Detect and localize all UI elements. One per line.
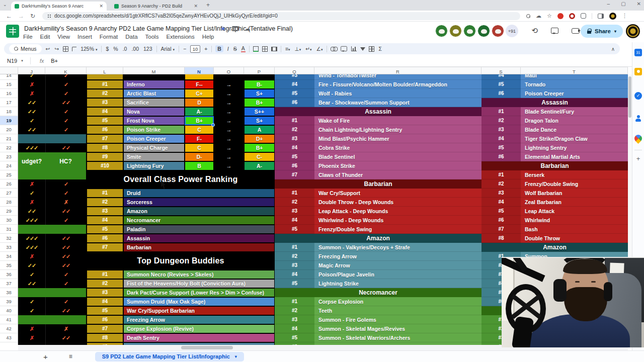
cell-T25[interactable]: Berserk bbox=[521, 170, 628, 179]
vertical-scrollbar-thumb[interactable] bbox=[628, 76, 631, 118]
cell-M20[interactable]: Poison Strike bbox=[124, 126, 184, 134]
cell-O23[interactable]: → bbox=[214, 153, 244, 161]
cell-K17[interactable]: ✓✓ bbox=[45, 98, 87, 107]
cell-L20[interactable]: #6 bbox=[87, 126, 123, 134]
cell-R34[interactable]: Freezing Arrow bbox=[314, 252, 481, 261]
cell-K20[interactable]: ✓ bbox=[45, 125, 87, 134]
cell-M36[interactable]: Summon Necro (Revives > Skeles) bbox=[124, 270, 274, 279]
cell-N14[interactable] bbox=[185, 74, 213, 79]
cell-R23[interactable]: Blade Sentinel bbox=[314, 152, 481, 161]
cell-J17[interactable]: ✓✓ bbox=[18, 98, 45, 107]
cell-P24[interactable]: A- bbox=[245, 162, 274, 170]
cell-T28[interactable]: Zeal Barbarian bbox=[521, 198, 628, 207]
cell-Q30[interactable]: #4 bbox=[275, 216, 314, 225]
cell-O22[interactable]: → bbox=[214, 144, 244, 152]
cell-O15[interactable]: → bbox=[214, 80, 244, 88]
cell-O20[interactable]: → bbox=[214, 126, 244, 134]
row-header-23[interactable]: 23 bbox=[0, 152, 18, 161]
reload-button[interactable]: ↻ bbox=[30, 13, 35, 20]
cell-R36[interactable]: Poison/Plague Javelin bbox=[314, 270, 481, 279]
section-header-QR-18[interactable]: Assassin bbox=[275, 107, 481, 116]
cell-K40[interactable]: ✓✓ bbox=[45, 306, 87, 315]
row-header-28[interactable]: 28 bbox=[0, 198, 18, 207]
cell-K19[interactable]: ✓ bbox=[45, 116, 87, 125]
cell-T30[interactable]: Whirlwind bbox=[521, 216, 628, 225]
tab-search-icon[interactable]: ⌄ bbox=[3, 2, 7, 7]
cell-M31[interactable]: Paladin bbox=[124, 225, 274, 233]
cell-K30[interactable]: ✓ bbox=[45, 216, 87, 225]
column-header-corner[interactable] bbox=[0, 67, 18, 74]
selection-fill-handle[interactable] bbox=[211, 123, 215, 127]
row-header-35[interactable]: 35 bbox=[0, 261, 18, 270]
cell-R15[interactable]: Fire - Fissure/Volcano/Molten Boulder/Ar… bbox=[314, 80, 481, 89]
horizontal-align-icon[interactable]: ≡▾ bbox=[285, 46, 291, 52]
cell-S27[interactable]: #3 bbox=[481, 189, 521, 198]
cell-K22[interactable]: ✓✓ bbox=[45, 143, 87, 152]
cell-L28[interactable]: #2 bbox=[87, 198, 123, 206]
cell-L40[interactable]: #5 bbox=[87, 307, 123, 315]
cell-K29[interactable]: ✓✓ bbox=[45, 207, 87, 216]
cell-S16[interactable]: #6 bbox=[481, 89, 521, 98]
section-header-ST-24[interactable]: Barbarian bbox=[481, 161, 628, 170]
cell-Q14[interactable]: #3 bbox=[275, 74, 314, 80]
row-header-18[interactable]: 18 bbox=[0, 107, 18, 116]
section-header-ST-17[interactable]: Assassin bbox=[481, 98, 628, 107]
cell-J37[interactable]: ✓✓ bbox=[18, 279, 45, 288]
cell-N16[interactable]: C+ bbox=[185, 89, 213, 98]
cell-Q23[interactable]: #5 bbox=[275, 152, 314, 161]
menus-search[interactable]: Menus bbox=[9, 44, 42, 53]
collaborator-overflow-badge[interactable]: +91 bbox=[506, 25, 518, 37]
menu-data[interactable]: Data bbox=[125, 34, 137, 40]
format-currency-button[interactable]: $ bbox=[105, 46, 109, 52]
cell-M15[interactable]: Inferno bbox=[124, 80, 184, 88]
side-panel-icon[interactable] bbox=[598, 14, 604, 19]
cell-N15[interactable]: F-- bbox=[185, 80, 213, 88]
cell-Q37[interactable]: #5 bbox=[275, 279, 314, 288]
cell-N24[interactable]: B bbox=[185, 162, 213, 170]
cell-L19[interactable]: #5 bbox=[87, 117, 123, 125]
cell-M18[interactable]: Nova bbox=[124, 108, 184, 116]
column-header-R[interactable]: R bbox=[314, 67, 481, 74]
increase-font-button[interactable]: + bbox=[204, 46, 208, 52]
site-settings-icon[interactable] bbox=[47, 14, 51, 18]
cell-K42[interactable]: ✗ bbox=[45, 324, 87, 333]
paint-format-icon[interactable] bbox=[72, 47, 76, 51]
cell-T26[interactable]: Frenzy/Double Swing bbox=[521, 179, 628, 189]
section-header-QR-38[interactable]: Necromancer bbox=[275, 288, 481, 297]
cell-N22[interactable]: C bbox=[185, 144, 213, 152]
row-header-16[interactable]: 16 bbox=[0, 89, 18, 98]
menu-help[interactable]: Help bbox=[202, 34, 214, 40]
cell-P22[interactable]: B+ bbox=[245, 144, 274, 152]
cell-Q34[interactable]: #2 bbox=[275, 252, 314, 261]
row-header-31[interactable]: 31 bbox=[0, 225, 18, 234]
cell-Q24[interactable]: #6 bbox=[275, 161, 314, 170]
cell-Q15[interactable]: #4 bbox=[275, 80, 314, 89]
cell-M29[interactable]: Amazon bbox=[124, 207, 274, 215]
row-header-17[interactable]: 17 bbox=[0, 98, 18, 107]
cell-M32[interactable]: Assassin bbox=[124, 234, 274, 242]
cell-M38[interactable]: Dark Pact/Curse Support (Lower Res > Dim… bbox=[124, 289, 274, 297]
bold-button[interactable]: B bbox=[215, 45, 223, 52]
cell-S18[interactable]: #1 bbox=[481, 107, 521, 116]
sheet-tab-menu-icon[interactable]: ▾ bbox=[235, 354, 237, 359]
horizontal-scrollbar-thumb[interactable] bbox=[181, 346, 233, 349]
cell-K28[interactable]: ✗ bbox=[45, 198, 87, 207]
cell-O19[interactable]: → bbox=[214, 117, 244, 125]
row-header-24[interactable]: 24 bbox=[0, 161, 18, 170]
maps-icon[interactable] bbox=[633, 133, 643, 144]
collaborator-avatar[interactable] bbox=[463, 25, 476, 37]
cell-M42[interactable]: Corpse Explosion (Revive) bbox=[124, 325, 274, 333]
cell-R35[interactable]: Magic Arrow bbox=[314, 261, 481, 270]
cell-P15[interactable]: B- bbox=[245, 80, 274, 88]
cell-R17[interactable]: Bear - Shockwave/Summon Support bbox=[314, 98, 481, 107]
more-formats-button[interactable]: 123 bbox=[143, 46, 153, 52]
row-header-20[interactable]: 20 bbox=[0, 125, 18, 134]
cell-M41[interactable]: Freezing Arrow bbox=[124, 316, 274, 324]
extensions-puzzle-icon[interactable] bbox=[581, 13, 586, 19]
bookmark-star-icon[interactable]: ☆ bbox=[547, 13, 552, 19]
cell-K35[interactable]: ✓✓ bbox=[45, 261, 87, 270]
cell-Q21[interactable]: #3 bbox=[275, 134, 314, 143]
cell-K36[interactable]: ✓ bbox=[45, 270, 87, 279]
row-header-38[interactable]: 38 bbox=[0, 288, 18, 297]
cell-S15[interactable]: #5 bbox=[481, 80, 521, 89]
